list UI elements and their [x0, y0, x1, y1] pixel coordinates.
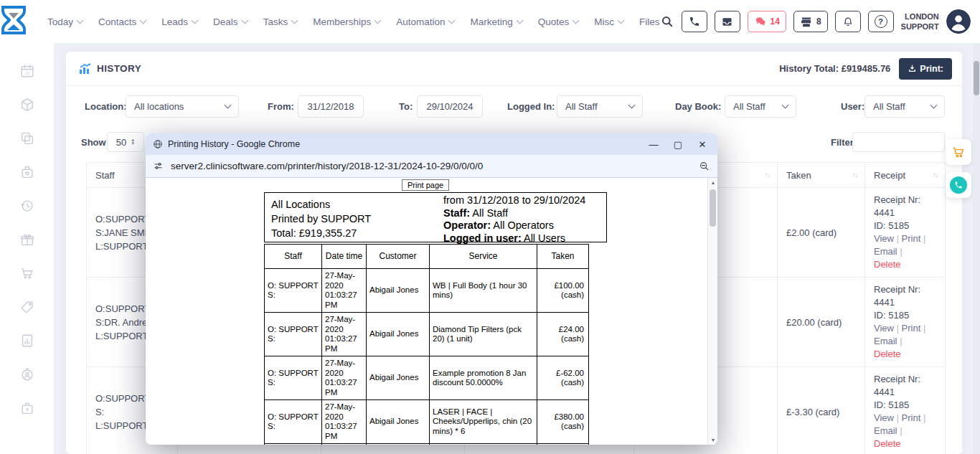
chevron-down-icon [291, 16, 298, 24]
pcol-taken: Taken [537, 245, 589, 269]
nav-quotes[interactable]: Quotes [538, 16, 579, 27]
report-info-left: All Locations Printed by SUPPORT Total: … [265, 193, 437, 242]
email-link[interactable]: Email [874, 246, 897, 257]
nav-label: Deals [213, 16, 238, 27]
report-info-right: from 31/12/2018 to 29/10/2024 Staff: All… [437, 193, 606, 242]
nav-deals[interactable]: Deals [213, 16, 248, 27]
copy-icon[interactable] [19, 131, 35, 146]
timer-person-icon[interactable] [19, 366, 35, 382]
notifications-button[interactable] [835, 11, 861, 32]
help-button[interactable]: ? [868, 11, 894, 32]
storefront-icon [800, 16, 813, 28]
floating-phone-button[interactable] [946, 172, 971, 198]
chevron-down-icon [192, 16, 199, 24]
bag-heart-icon[interactable] [19, 164, 35, 180]
logged-in-value: All Staff [565, 101, 598, 112]
col-taken[interactable]: Taken↑↓ [778, 163, 865, 188]
delete-link[interactable]: Delete [874, 349, 901, 359]
nav-today[interactable]: Today [47, 16, 83, 27]
cart-icon[interactable] [19, 265, 35, 281]
gift-icon[interactable] [19, 232, 35, 247]
case-icon[interactable] [19, 400, 35, 416]
logged-in-select[interactable]: All Staff [557, 95, 643, 118]
phone-icon [689, 16, 700, 27]
cart-icon [951, 145, 966, 160]
nav-misc[interactable]: Misc [594, 16, 623, 27]
chevron-down-icon [241, 16, 248, 24]
email-link[interactable]: Email [874, 425, 897, 436]
show-entries-select[interactable]: 50 ▲▼ [107, 132, 144, 152]
avatar[interactable] [946, 9, 971, 34]
bell-icon [842, 16, 854, 28]
search-icon[interactable] [660, 14, 674, 29]
view-link[interactable]: View [874, 323, 894, 334]
popup-scrollbar[interactable]: ▲ ▼ [707, 178, 717, 445]
minimize-button[interactable]: — [641, 134, 666, 154]
nav-label: Tasks [263, 16, 288, 27]
zoom-out-icon[interactable] [699, 161, 710, 172]
view-link[interactable]: View [874, 412, 894, 423]
show-label: Show [81, 137, 106, 148]
print-link[interactable]: Print [902, 233, 921, 244]
nav-leads[interactable]: Leads [161, 16, 197, 27]
spinner-icon: ▲▼ [131, 138, 135, 146]
print-button[interactable]: Print: [899, 58, 952, 80]
report-icon[interactable] [19, 333, 35, 349]
taken-cell: £20.00 (card) [778, 278, 865, 367]
phone-button[interactable] [682, 11, 707, 32]
print-button-label: Print: [920, 64, 943, 74]
nav-memberships[interactable]: Memberships [313, 16, 380, 27]
sort-icon: ↑↓ [933, 171, 938, 179]
delete-link[interactable]: Delete [874, 259, 901, 270]
pos-button[interactable]: 8 [793, 11, 828, 32]
print-link[interactable]: Print [902, 323, 921, 334]
maximize-button[interactable]: ▢ [666, 134, 690, 154]
print-link[interactable]: Print [902, 412, 921, 423]
close-button[interactable]: ✕ [690, 134, 715, 154]
nav-files[interactable]: Files [639, 16, 660, 27]
nav-marketing[interactable]: Marketing [470, 16, 522, 27]
svg-text:12: 12 [24, 71, 29, 75]
history-icon[interactable] [19, 198, 35, 214]
tag-icon[interactable] [19, 299, 35, 315]
chevron-down-icon [618, 16, 625, 24]
calendar-icon[interactable]: 12 [19, 63, 35, 79]
nav-automation[interactable]: Automation [396, 16, 454, 27]
app-logo[interactable] [0, 6, 27, 37]
print-page-button[interactable]: Print page [402, 179, 449, 191]
page-scrollbar-thumb[interactable] [974, 61, 979, 95]
popup-url-bar[interactable]: server2.clinicsoftware.com/printer/histo… [146, 155, 717, 178]
location-select[interactable]: All locations [126, 95, 239, 118]
nav-label: Automation [396, 16, 445, 27]
email-link[interactable]: Email [874, 336, 897, 346]
user-select[interactable]: All Staff [864, 95, 945, 118]
col-receipt[interactable]: Receipt↑↓ [865, 163, 946, 188]
chevron-down-icon [930, 102, 938, 109]
scrollbar-thumb[interactable] [710, 189, 716, 227]
delete-link[interactable]: Delete [874, 438, 901, 449]
to-date-input[interactable] [417, 95, 483, 118]
chat-button[interactable]: 14 [748, 11, 786, 32]
nav-label: Files [639, 16, 660, 27]
view-link[interactable]: View [874, 233, 894, 244]
from-date-input[interactable] [298, 95, 364, 118]
chevron-down-icon [225, 102, 232, 109]
day-book-select[interactable]: All Staff [725, 95, 796, 118]
question-icon: ? [875, 15, 887, 28]
scroll-down-arrow[interactable]: ▼ [708, 438, 717, 443]
scroll-up-arrow[interactable]: ▲ [708, 180, 717, 185]
chrome-popup-window: Printing History - Google Chrome — ▢ ✕ s… [146, 133, 717, 445]
nav-label: Contacts [98, 16, 136, 27]
chart-icon [79, 63, 91, 75]
nav-contacts[interactable]: Contacts [98, 16, 146, 27]
package-icon[interactable] [19, 97, 35, 113]
popup-title-bar[interactable]: Printing History - Google Chrome — ▢ ✕ [146, 133, 717, 155]
filter-input[interactable] [852, 132, 945, 152]
popup-title: Printing History - Google Chrome [168, 139, 641, 149]
floating-cart-button[interactable] [946, 139, 971, 165]
page-scrollbar[interactable] [973, 43, 980, 454]
inbox-button[interactable] [715, 11, 740, 32]
chevron-down-icon [140, 16, 147, 24]
inbox-icon [721, 16, 733, 28]
nav-tasks[interactable]: Tasks [263, 16, 298, 27]
